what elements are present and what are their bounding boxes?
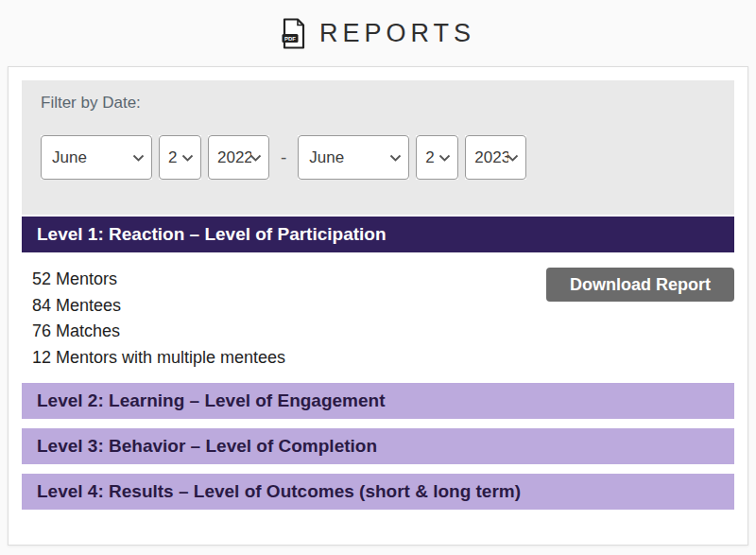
start-day-select-wrapper: 2 — [159, 135, 201, 180]
stat-multiple-mentees: 12 Mentors with multiple mentees — [32, 345, 734, 372]
page-title: REPORTS — [319, 19, 475, 48]
start-year-select-wrapper: 2022 — [208, 135, 269, 180]
end-day-select[interactable]: 2 — [416, 135, 458, 180]
end-year-select[interactable]: 2023 — [465, 135, 526, 180]
end-month-select-wrapper: June — [298, 135, 409, 180]
reports-card: Filter by Date: June 2 2 — [8, 66, 748, 546]
start-year-select[interactable]: 2022 — [208, 135, 269, 180]
pdf-file-icon: PDF — [281, 18, 306, 49]
start-month-select-wrapper: June — [41, 135, 152, 180]
start-month-select[interactable]: June — [41, 135, 152, 180]
stat-matches: 76 Matches — [32, 319, 734, 345]
filter-panel: Filter by Date: June 2 2 — [22, 80, 734, 215]
date-range-separator: - — [281, 147, 286, 168]
end-year-select-wrapper: 2023 — [465, 135, 526, 180]
start-day-select[interactable]: 2 — [159, 135, 201, 180]
level-2-header[interactable]: Level 2: Learning – Level of Engagement — [22, 383, 734, 419]
level-3-header[interactable]: Level 3: Behavior – Level of Completion — [22, 428, 734, 464]
level-4-header[interactable]: Level 4: Results – Level of Outcomes (sh… — [22, 474, 734, 510]
date-filter-row: June 2 2022 — [41, 135, 715, 180]
level-1-header[interactable]: Level 1: Reaction – Level of Participati… — [22, 217, 734, 252]
page-header: PDF REPORTS — [0, 0, 756, 66]
filter-by-date-label: Filter by Date: — [41, 93, 715, 113]
svg-text:PDF: PDF — [284, 35, 296, 41]
end-day-select-wrapper: 2 — [416, 135, 458, 180]
download-report-button[interactable]: Download Report — [546, 268, 734, 302]
end-month-select[interactable]: June — [298, 135, 409, 180]
level-1-content: 52 Mentors 84 Mentees 76 Matches 12 Ment… — [22, 252, 734, 383]
